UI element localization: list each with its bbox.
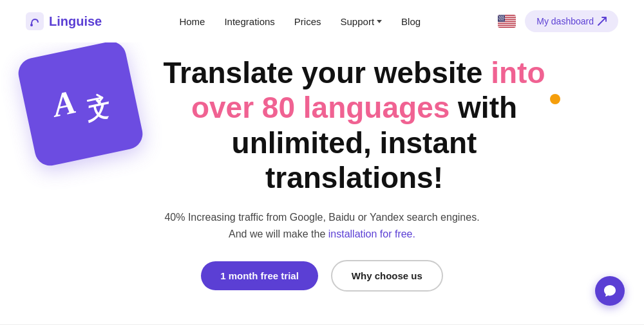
svg-point-11	[499, 16, 500, 17]
support-chevron-icon	[377, 20, 382, 23]
installation-link[interactable]: installation for free.	[328, 228, 415, 239]
nav-links: Home Integrations Prices Support Blog	[179, 16, 421, 27]
svg-point-26	[501, 19, 502, 19]
chat-bubble-button[interactable]	[595, 276, 625, 306]
chat-icon	[603, 284, 617, 298]
hero-section: A 文 Translate your website into over 80 …	[0, 42, 644, 292]
svg-point-25	[500, 18, 501, 19]
svg-rect-0	[26, 12, 44, 30]
dashboard-button[interactable]: My dashboard	[525, 10, 618, 32]
translate-icon-wrapper: A 文	[13, 36, 142, 178]
svg-point-19	[501, 17, 502, 17]
svg-point-16	[504, 15, 504, 16]
svg-text:A: A	[48, 83, 79, 124]
svg-point-14	[502, 15, 503, 16]
svg-point-22	[504, 17, 504, 18]
svg-point-35	[504, 20, 504, 21]
svg-point-24	[499, 19, 500, 19]
nav-blog[interactable]: Blog	[401, 16, 421, 27]
svg-point-21	[502, 17, 503, 17]
logo-icon	[26, 12, 44, 30]
external-link-icon	[598, 17, 607, 26]
free-trial-button[interactable]: 1 month free trial	[201, 261, 318, 290]
hero-title: Translate your website into over 80 lang…	[80, 55, 564, 195]
logo-link[interactable]: Linguise	[26, 12, 102, 30]
translate-card: A 文	[15, 39, 146, 169]
svg-point-10	[498, 15, 499, 16]
svg-point-28	[503, 19, 504, 19]
logo-text: Linguise	[49, 14, 102, 29]
svg-point-1	[30, 24, 33, 26]
svg-point-12	[500, 15, 501, 16]
navbar: Linguise Home Integrations Prices Suppor…	[0, 0, 644, 42]
svg-point-13	[501, 16, 502, 17]
svg-point-29	[504, 18, 504, 19]
svg-point-23	[498, 18, 499, 19]
svg-point-30	[499, 19, 500, 20]
hero-buttons: 1 month free trial Why choose us	[26, 260, 618, 292]
svg-point-34	[502, 19, 503, 20]
nav-prices[interactable]: Prices	[294, 16, 321, 27]
language-flag[interactable]	[498, 15, 516, 28]
svg-rect-7	[498, 24, 516, 25]
svg-point-27	[502, 18, 503, 19]
svg-point-15	[503, 16, 504, 17]
svg-point-32	[501, 19, 502, 20]
translate-icon: A 文	[44, 71, 117, 135]
svg-text:文: 文	[83, 96, 113, 125]
nav-right: My dashboard	[498, 10, 618, 32]
svg-rect-8	[498, 26, 516, 27]
svg-point-17	[499, 17, 500, 17]
nav-integrations[interactable]: Integrations	[224, 16, 274, 27]
svg-rect-6	[498, 22, 516, 23]
hero-subtitle: 40% Increasing traffic from Google, Baid…	[26, 209, 618, 242]
svg-point-18	[500, 17, 500, 18]
nav-support[interactable]: Support	[341, 16, 383, 27]
why-choose-us-button[interactable]: Why choose us	[331, 260, 443, 292]
nav-home[interactable]: Home	[179, 16, 205, 27]
svg-point-31	[500, 20, 500, 21]
orange-dot-decoration	[550, 94, 560, 104]
svg-point-33	[502, 20, 502, 21]
svg-point-20	[502, 17, 502, 18]
